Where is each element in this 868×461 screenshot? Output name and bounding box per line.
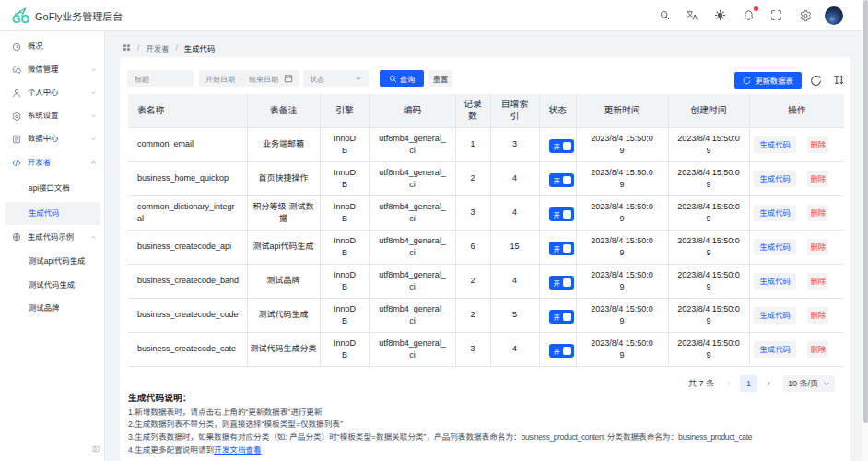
svg-text:GO: GO [12, 13, 29, 26]
